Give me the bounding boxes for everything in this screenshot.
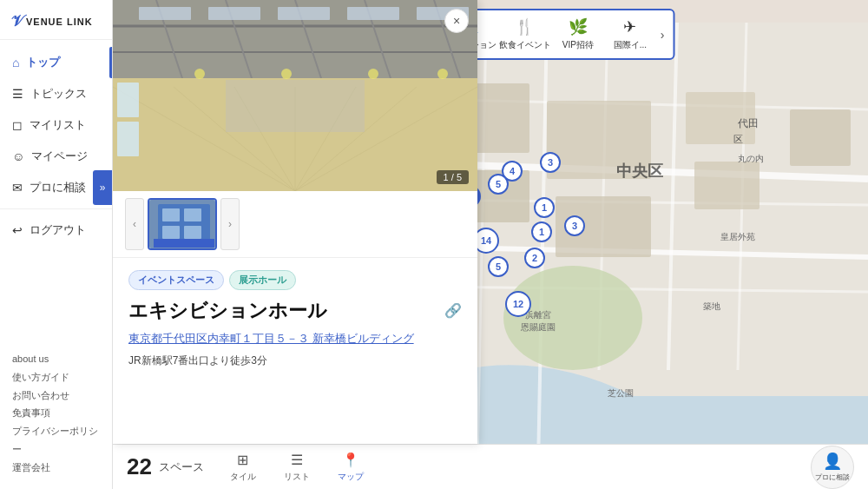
svg-rect-59 bbox=[117, 122, 139, 156]
svg-text:皇居外苑: 皇居外苑 bbox=[720, 232, 755, 241]
food-icon: 🍴 bbox=[515, 17, 534, 36]
marker-1b[interactable]: 1 bbox=[531, 221, 552, 242]
footer-link-about[interactable]: about us bbox=[12, 350, 100, 368]
tag-event-space: イベントスペース bbox=[128, 270, 224, 290]
sidebar-item-consult-label: プロに相談 bbox=[30, 180, 86, 195]
logo-icon: 𝒱 bbox=[10, 12, 21, 30]
bookmark-icon: ◻ bbox=[12, 118, 23, 132]
view-tile-label: タイル bbox=[230, 471, 256, 483]
list-icon: ☰ bbox=[12, 87, 23, 101]
marker-3b[interactable]: 3 bbox=[564, 215, 585, 236]
sidebar-item-mylist-label: マイリスト bbox=[30, 117, 86, 133]
map-icon: 📍 bbox=[342, 452, 359, 468]
svg-rect-71 bbox=[154, 239, 214, 248]
card-access: JR新橋駅7番出口より徒歩3分 bbox=[128, 354, 462, 368]
venue-card: × bbox=[113, 0, 477, 444]
sidebar-item-consult[interactable]: ✉ プロに相談 » bbox=[0, 172, 112, 203]
bottom-bar: 22 スペース ⊞ タイル ☰ リスト 📍 マップ 👤 プロに相談 bbox=[113, 444, 868, 489]
space-count-label: スペース bbox=[159, 459, 204, 475]
filter-next-button[interactable]: › bbox=[657, 26, 668, 43]
marker-5b[interactable]: 5 bbox=[488, 256, 509, 277]
sidebar-nav: ⌂ トップ ☰ トピックス ◻ マイリスト ☺ マイページ ✉ プロに相談 » … bbox=[0, 40, 112, 341]
svg-point-25 bbox=[503, 266, 642, 370]
space-count: 22 bbox=[127, 453, 152, 480]
svg-text:区: 区 bbox=[733, 134, 743, 144]
svg-text:築地: 築地 bbox=[703, 301, 720, 311]
pro-icon: 👤 bbox=[823, 452, 842, 471]
card-address[interactable]: 東京都千代田区内幸町１丁目５－３ 新幸橋ビルディング bbox=[128, 331, 462, 347]
svg-text:芝公園: 芝公園 bbox=[608, 388, 634, 398]
filter-item-food[interactable]: 🍴 飲食イベント bbox=[498, 14, 551, 55]
svg-rect-46 bbox=[208, 7, 260, 20]
card-thumbnails: ‹ › bbox=[113, 191, 477, 258]
sidebar-item-top[interactable]: ⌂ トップ bbox=[0, 47, 112, 78]
pro-btn-label: プロに相談 bbox=[815, 472, 850, 482]
sidebar-logout-label: ログアウト bbox=[30, 222, 86, 238]
svg-point-61 bbox=[194, 69, 205, 79]
svg-rect-45 bbox=[139, 7, 191, 20]
view-list-button[interactable]: ☰ リスト bbox=[273, 448, 320, 486]
sidebar-divider bbox=[0, 208, 112, 209]
sidebar-item-logout[interactable]: ↩ ログアウト bbox=[0, 215, 112, 246]
logout-icon: ↩ bbox=[12, 223, 23, 237]
expand-button[interactable]: » bbox=[93, 170, 112, 205]
footer-link-disclaimer[interactable]: 免責事項 bbox=[12, 404, 100, 422]
filter-item-intl-label: 国際イ... bbox=[614, 39, 647, 51]
user-icon: ☺ bbox=[12, 149, 24, 163]
svg-text:代田: 代田 bbox=[737, 117, 759, 129]
view-tile-button[interactable]: ⊞ タイル bbox=[220, 448, 266, 486]
card-close-button[interactable]: × bbox=[444, 9, 469, 33]
svg-rect-69 bbox=[162, 226, 180, 239]
main-area: 浜離宮 恩賜庭園 横浜 ケ地 代田 区 丸の内 皇居外苑 築地 芝公園 中央区 … bbox=[113, 0, 868, 489]
marker-3a[interactable]: 3 bbox=[540, 152, 561, 173]
svg-text:浜離宮: 浜離宮 bbox=[525, 310, 551, 320]
svg-rect-70 bbox=[184, 226, 201, 239]
card-main-image bbox=[113, 0, 477, 191]
svg-text:恩賜庭園: 恩賜庭園 bbox=[520, 322, 556, 332]
card-image-container: 1 / 5 bbox=[113, 0, 477, 191]
svg-text:丸の内: 丸の内 bbox=[738, 154, 764, 163]
footer-link-privacy[interactable]: プライバシーポリシー bbox=[12, 422, 100, 459]
sidebar: 𝒱 VENUE LINK ⌂ トップ ☰ トピックス ◻ マイリスト ☺ マイペ… bbox=[0, 0, 113, 489]
view-list-label: リスト bbox=[284, 471, 310, 483]
svg-rect-22 bbox=[790, 109, 851, 166]
plane-icon: ✈ bbox=[623, 17, 636, 36]
marker-1a[interactable]: 1 bbox=[534, 197, 555, 218]
footer-link-guide[interactable]: 使い方ガイド bbox=[12, 368, 100, 387]
sidebar-item-mypage[interactable]: ☺ マイページ bbox=[0, 141, 112, 172]
thumb-next-button[interactable]: › bbox=[220, 198, 240, 250]
filter-item-food-label: 飲食イベント bbox=[499, 39, 551, 51]
footer-link-company[interactable]: 運営会社 bbox=[12, 459, 100, 477]
filter-item-intl[interactable]: ✈ 国際イ... bbox=[605, 14, 655, 55]
list-view-icon: ☰ bbox=[291, 452, 303, 468]
svg-rect-48 bbox=[347, 7, 399, 20]
sidebar-footer: about us 使い方ガイド お問い合わせ 免責事項 プライバシーポリシー 運… bbox=[0, 341, 112, 489]
sidebar-item-mylist[interactable]: ◻ マイリスト bbox=[0, 109, 112, 141]
sidebar-item-topics-label: トピックス bbox=[30, 86, 87, 102]
svg-rect-68 bbox=[184, 208, 201, 221]
view-map-button[interactable]: 📍 マップ bbox=[327, 448, 374, 486]
svg-rect-58 bbox=[117, 83, 139, 117]
thumb-prev-button[interactable]: ‹ bbox=[125, 198, 144, 250]
sidebar-item-topics[interactable]: ☰ トピックス bbox=[0, 78, 112, 109]
tile-icon: ⊞ bbox=[237, 452, 248, 468]
marker-12[interactable]: 12 bbox=[505, 291, 531, 317]
tag-exhibition-hall: 展示ホール bbox=[229, 270, 296, 290]
svg-point-62 bbox=[281, 69, 292, 79]
logo: 𝒱 VENUE LINK bbox=[0, 0, 112, 40]
thumbnail-1[interactable] bbox=[148, 198, 217, 250]
marker-2[interactable]: 2 bbox=[524, 248, 545, 268]
share-link-icon[interactable]: 🔗 bbox=[444, 302, 462, 319]
svg-rect-21 bbox=[694, 162, 760, 209]
card-body: イベントスペース 展示ホール エキシビションホール 🔗 東京都千代田区内幸町１丁… bbox=[113, 258, 477, 380]
image-counter: 1 / 5 bbox=[437, 170, 469, 184]
card-tags: イベントスペース 展示ホール bbox=[128, 270, 462, 290]
svg-point-64 bbox=[437, 69, 448, 79]
vip-icon: 🌿 bbox=[569, 17, 588, 36]
view-map-label: マップ bbox=[338, 471, 364, 483]
filter-item-vip[interactable]: 🌿 VIP招待 bbox=[553, 14, 603, 55]
marker-5a[interactable]: 5 bbox=[488, 174, 509, 195]
footer-link-contact[interactable]: お問い合わせ bbox=[12, 387, 100, 405]
svg-rect-67 bbox=[162, 208, 180, 221]
pro-consult-button[interactable]: 👤 プロに相談 bbox=[811, 446, 854, 489]
